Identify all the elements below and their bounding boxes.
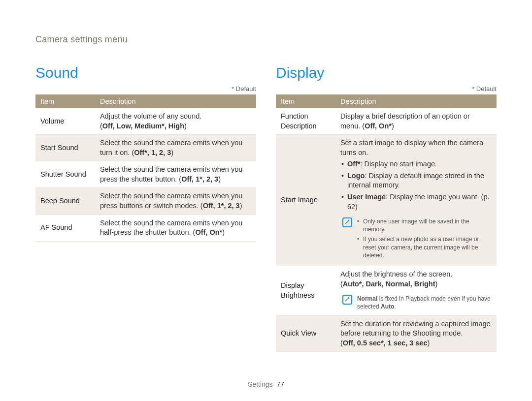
item-label: AF Sound	[35, 215, 95, 241]
opts-close: )	[435, 280, 438, 288]
note-icon	[342, 217, 352, 227]
opts-close: )	[171, 149, 173, 156]
footer-section: Settings	[248, 380, 273, 388]
note-content: Only one user image will be saved in the…	[357, 217, 492, 261]
note-icon	[342, 295, 352, 305]
breadcrumb: Camera settings menu	[35, 34, 497, 45]
table-row: AF Sound Select the sound the camera emi…	[35, 215, 256, 241]
sound-heading: Sound	[35, 64, 256, 81]
item-label: Volume	[35, 108, 95, 135]
page-footer: Settings 77	[0, 380, 532, 388]
desc-text: Adjust the brightness of the screen.	[340, 270, 452, 278]
item-label: Start Sound	[35, 135, 95, 161]
item-desc: Select the sound the camera emits when y…	[95, 161, 256, 188]
option-label: User Image	[347, 193, 386, 201]
desc-text: Select the sound the camera emits when y…	[100, 165, 242, 183]
opts-close: )	[392, 122, 394, 130]
opts-close: )	[428, 339, 430, 347]
note-item: Only one user image will be saved in the…	[357, 217, 492, 233]
options: Auto*, Dark, Normal, Bright	[343, 280, 435, 288]
default-note-right: * Default	[276, 85, 497, 93]
item-desc: Adjust the volume of any sound. (Off, Lo…	[95, 108, 256, 135]
note-bold: Auto	[381, 303, 394, 310]
table-row: Shutter Sound Select the sound the camer…	[35, 161, 256, 188]
display-table: Item Description Function Description Di…	[276, 94, 497, 352]
table-row: Beep Sound Select the sound the camera e…	[35, 188, 256, 215]
note-bold: Normal	[357, 295, 377, 302]
opts-close: )	[184, 122, 187, 130]
content-columns: Sound * Default Item Description Volume …	[35, 64, 497, 352]
table-row: Volume Adjust the volume of any sound. (…	[35, 108, 256, 135]
option-label: Logo	[347, 172, 365, 180]
options: Off, On*	[365, 122, 392, 130]
sound-table: Item Description Volume Adjust the volum…	[35, 94, 256, 242]
table-row: Start Sound Select the sound the camera …	[35, 135, 256, 161]
note-text: is fixed in Playback mode even if you ha…	[357, 295, 491, 310]
note-content: Normal is fixed in Playback mode even if…	[357, 295, 492, 310]
option-text: : Display no start image.	[361, 160, 437, 168]
item-desc: Set the duration for reviewing a capture…	[335, 315, 497, 352]
sound-column: Sound * Default Item Description Volume …	[35, 64, 256, 352]
display-column: Display * Default Item Description Funct…	[276, 64, 497, 352]
desc-text: Display a brief description of an option…	[340, 112, 470, 130]
list-item: User Image: Display the image you want. …	[340, 192, 492, 212]
desc-text: Set a start image to display when the ca…	[340, 139, 483, 156]
note-box: Only one user image will be saved in the…	[340, 216, 492, 262]
item-label: Display Brightness	[276, 266, 335, 316]
options: Off*, 1, 2, 3	[134, 149, 171, 156]
note-item: If you select a new photo as a user imag…	[357, 235, 492, 259]
list-item: Off*: Display no start image.	[340, 159, 492, 169]
options: Off, 1*, 2, 3	[203, 202, 240, 210]
note-text: .	[394, 303, 396, 310]
options: Off, Low, Medium*, High	[102, 122, 184, 130]
page-number: 77	[276, 380, 284, 388]
options: Off, 0.5 sec*, 1 sec, 3 sec	[343, 339, 428, 347]
desc-text: Set the duration for reviewing a capture…	[340, 320, 491, 338]
col-header-item: Item	[35, 94, 95, 108]
start-image-options: Off*: Display no start image. Logo: Disp…	[340, 159, 492, 212]
col-header-desc: Description	[95, 94, 256, 108]
opts-close: )	[222, 228, 225, 236]
item-desc: Select the sound the camera emits when y…	[95, 215, 256, 241]
item-desc: Display a brief description of an option…	[335, 108, 497, 135]
item-desc: Select the sound the camera emits when y…	[95, 135, 256, 161]
options: Off, On*	[195, 228, 222, 236]
item-label: Quick View	[276, 315, 335, 352]
opts-close: )	[240, 202, 242, 210]
table-row: Function Description Display a brief des…	[276, 108, 497, 135]
item-desc: Select the sound the camera emits when y…	[95, 188, 256, 215]
default-note-left: * Default	[35, 85, 256, 93]
item-label: Shutter Sound	[35, 161, 95, 188]
table-row: Start Image Set a start image to display…	[276, 135, 497, 266]
item-label: Start Image	[276, 135, 335, 266]
note-box: Normal is fixed in Playback mode even if…	[340, 293, 492, 311]
table-row: Quick View Set the duration for reviewin…	[276, 315, 497, 352]
col-header-desc: Description	[335, 94, 497, 108]
display-heading: Display	[276, 64, 497, 81]
item-desc: Set a start image to display when the ca…	[335, 135, 497, 266]
item-label: Beep Sound	[35, 188, 95, 215]
opts-close: )	[218, 175, 221, 183]
item-desc: Adjust the brightness of the screen. (Au…	[335, 266, 497, 316]
options: Off, 1*, 2, 3	[181, 175, 218, 183]
item-label: Function Description	[276, 108, 335, 135]
option-label: Off*	[347, 160, 361, 168]
col-header-item: Item	[276, 94, 335, 108]
list-item: Logo: Display a default image stored in …	[340, 171, 492, 190]
option-text: : Display a default image stored in the …	[347, 172, 484, 189]
table-row: Display Brightness Adjust the brightness…	[276, 266, 497, 316]
desc-text: Adjust the volume of any sound.	[100, 112, 201, 120]
